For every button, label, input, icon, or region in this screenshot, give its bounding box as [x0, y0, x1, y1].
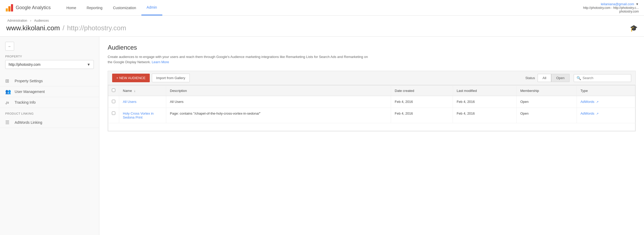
- property-section: PROPERTY http://photostry.com ▼: [0, 55, 99, 73]
- nav-customization[interactable]: Customization: [108, 0, 141, 15]
- nav-links: Home Reporting Customization Admin: [61, 0, 583, 15]
- sidebar-item-tracking-info[interactable]: .js Tracking Info: [0, 97, 99, 108]
- row1-membership: Open: [520, 100, 529, 104]
- audiences-description: Create audiences to re-engage with your …: [108, 54, 369, 64]
- row1-checkbox[interactable]: [112, 100, 115, 103]
- sidebar-item-label-user: User Management: [15, 90, 45, 94]
- sidebar-item-property-settings[interactable]: ⊞ Property Settings: [0, 76, 99, 86]
- learn-more-link[interactable]: Learn More: [152, 60, 169, 64]
- svg-rect-2: [11, 4, 13, 11]
- status-filter-label: Status: [525, 76, 535, 80]
- row2-checkbox[interactable]: [112, 111, 115, 115]
- nav-home[interactable]: Home: [61, 0, 81, 15]
- status-all-button[interactable]: All: [538, 74, 551, 82]
- header-membership: Membership: [516, 85, 577, 96]
- nav-admin[interactable]: Admin: [141, 0, 162, 15]
- nav-right-user: leilaniana@gmail.com ▼ http://photostry.…: [583, 2, 639, 13]
- empty-cell: [108, 123, 635, 131]
- user-email: leilaniana@gmail.com: [601, 2, 634, 6]
- header-type-label: Type: [580, 89, 588, 93]
- row2-date-created: Feb 4, 2016: [395, 111, 413, 115]
- user-domain: photostry.com: [619, 10, 639, 13]
- table-empty-row: [108, 123, 635, 131]
- sidebar-item-label-tracking: Tracking Info: [15, 100, 36, 104]
- user-management-icon: 👥: [5, 89, 11, 95]
- select-all-checkbox[interactable]: [112, 89, 115, 92]
- main-area: ← PROPERTY http://photostry.com ▼ ⊞ Prop…: [0, 37, 644, 235]
- row1-last-modified: Feb 4, 2016: [457, 100, 475, 104]
- header-date-created: Date created: [391, 85, 453, 96]
- breadcrumb: Administration › Audiences: [6, 19, 638, 22]
- top-navigation: Google Analytics Home Reporting Customiz…: [0, 0, 644, 16]
- status-open-button[interactable]: Open: [551, 74, 570, 82]
- row1-type-link[interactable]: AdWords ↗: [580, 100, 599, 104]
- audiences-table: Name ↓ Description Date created Last mod…: [108, 85, 635, 131]
- row2-description: Page: contains "/chapel-of-the-holy-cros…: [170, 111, 261, 115]
- row2-checkbox-cell: [108, 108, 119, 123]
- row2-membership: Open: [520, 111, 529, 115]
- table-header-row: Name ↓ Description Date created Last mod…: [108, 85, 635, 96]
- row1-name-link[interactable]: All Users: [123, 100, 136, 104]
- description-text: Create audiences to re-engage with your …: [108, 55, 368, 64]
- property-dropdown-arrow: ▼: [87, 62, 90, 67]
- header-checkbox-cell: [108, 85, 119, 96]
- user-account-area[interactable]: leilaniana@gmail.com ▼: [601, 2, 639, 6]
- property-label: PROPERTY: [5, 55, 94, 58]
- row2-description-cell: Page: contains "/chapel-of-the-holy-cros…: [166, 108, 391, 123]
- row2-external-link-icon: ↗: [596, 112, 599, 115]
- row1-date-created-cell: Feb 4, 2016: [391, 96, 453, 108]
- search-icon: 🔍: [577, 76, 581, 80]
- back-button[interactable]: ←: [5, 42, 14, 51]
- row1-name-cell: All Users: [119, 96, 166, 108]
- sidebar-nav: ⊞ Property Settings 👥 User Management .j…: [0, 76, 99, 128]
- row2-membership-cell: Open: [516, 108, 577, 123]
- row1-description: All Users: [170, 100, 183, 104]
- graduation-cap-icon: 🎓: [630, 25, 638, 32]
- logo-area: Google Analytics: [5, 4, 51, 12]
- tracking-info-icon: .js: [5, 101, 9, 104]
- header-description-label: Description: [170, 89, 187, 93]
- audiences-toolbar: + NEW AUDIENCE Import from Gallery Statu…: [108, 71, 636, 85]
- row2-type-link[interactable]: AdWords ↗: [580, 111, 599, 115]
- import-from-gallery-button[interactable]: Import from Gallery: [152, 74, 190, 82]
- sidebar-item-adwords-linking[interactable]: ☰ AdWords Linking: [0, 117, 99, 128]
- adwords-linking-icon: ☰: [5, 120, 9, 125]
- breadcrumb-admin[interactable]: Administration: [7, 19, 27, 22]
- row2-date-created-cell: Feb 4, 2016: [391, 108, 453, 123]
- row1-membership-cell: Open: [516, 96, 577, 108]
- sidebar-item-label-adwords: AdWords Linking: [15, 120, 42, 125]
- row1-date-created: Feb 4, 2016: [395, 100, 413, 104]
- row2-name-link[interactable]: Holy Cross Vortex in Sedona Print: [123, 111, 154, 119]
- new-audience-button[interactable]: + NEW AUDIENCE: [112, 74, 150, 82]
- table-row: All Users All Users Feb 4, 2016 Feb 4, 2…: [108, 96, 635, 108]
- logo-text: Google Analytics: [16, 5, 51, 10]
- sidebar-item-label-property: Property Settings: [15, 79, 43, 83]
- property-value: http://photostry.com: [9, 62, 41, 67]
- search-input[interactable]: [583, 76, 628, 80]
- row2-type-cell: AdWords ↗: [577, 108, 635, 123]
- row1-checkbox-cell: [108, 96, 119, 108]
- status-filter-group: Status All Open 🔍: [525, 74, 631, 82]
- header-last-modified-label: Last modified: [457, 89, 477, 93]
- row1-last-modified-cell: Feb 4, 2016: [453, 96, 516, 108]
- sidebar-item-user-management[interactable]: 👥 User Management: [0, 86, 99, 97]
- audiences-title: Audiences: [108, 44, 636, 51]
- main-content: Audiences Create audiences to re-engage …: [99, 37, 644, 235]
- header-name[interactable]: Name ↓: [119, 85, 166, 96]
- table-row: Holy Cross Vortex in Sedona Print Page: …: [108, 108, 635, 123]
- header-description: Description: [166, 85, 391, 96]
- page-title-row: www.kikolani.com / http://photostry.com …: [6, 24, 638, 32]
- title-area: Administration › Audiences www.kikolani.…: [0, 16, 644, 37]
- breadcrumb-audiences[interactable]: Audiences: [34, 19, 49, 22]
- search-box: 🔍: [574, 74, 631, 82]
- title-divider: /: [62, 24, 64, 32]
- svg-rect-1: [8, 6, 10, 11]
- svg-rect-0: [6, 8, 8, 11]
- row2-last-modified-cell: Feb 4, 2016: [453, 108, 516, 123]
- account-dropdown-arrow[interactable]: ▼: [636, 2, 639, 6]
- nav-reporting[interactable]: Reporting: [81, 0, 108, 15]
- product-linking-section-label: PRODUCT LINKING: [0, 108, 99, 117]
- property-selector[interactable]: http://photostry.com ▼: [5, 60, 94, 69]
- row2-type-label: AdWords: [580, 111, 594, 115]
- header-date-created-label: Date created: [395, 89, 414, 93]
